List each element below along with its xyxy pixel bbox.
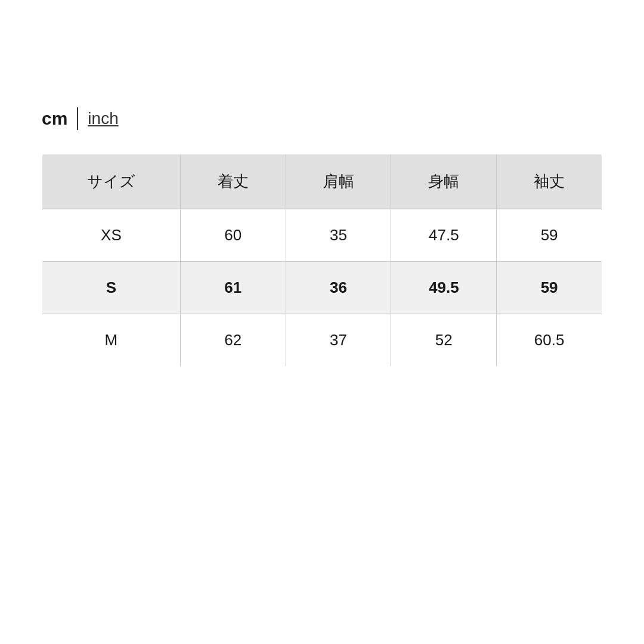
page-container: cm inch サイズ 着丈 肩幅 身幅 袖丈 XS603547.559S613… [42,107,602,367]
col-header-size: サイズ [42,154,181,209]
table-cell: 49.5 [391,262,497,314]
table-cell: 61 [180,262,286,314]
col-header-katahaba: 肩幅 [286,154,391,209]
unit-cm-label[interactable]: cm [42,109,67,129]
table-cell: S [42,262,181,314]
unit-switcher: cm inch [42,107,602,130]
table-cell: 60.5 [497,314,602,367]
col-header-kittake: 着丈 [180,154,286,209]
table-cell: 60 [180,209,286,262]
table-cell: 36 [286,262,391,314]
unit-inch-label[interactable]: inch [88,109,118,128]
table-cell: M [42,314,181,367]
col-header-sodetake: 袖丈 [497,154,602,209]
table-cell: 59 [497,209,602,262]
table-row: XS603547.559 [42,209,602,262]
table-header-row: サイズ 着丈 肩幅 身幅 袖丈 [42,154,602,209]
table-cell: 35 [286,209,391,262]
table-cell: 59 [497,262,602,314]
table-cell: 52 [391,314,497,367]
size-table: サイズ 着丈 肩幅 身幅 袖丈 XS603547.559S613649.559M… [42,154,602,367]
unit-divider [77,107,78,130]
table-cell: 62 [180,314,286,367]
table-row: S613649.559 [42,262,602,314]
col-header-mihaba: 身幅 [391,154,497,209]
table-row: M62375260.5 [42,314,602,367]
table-cell: 47.5 [391,209,497,262]
table-cell: 37 [286,314,391,367]
table-cell: XS [42,209,181,262]
